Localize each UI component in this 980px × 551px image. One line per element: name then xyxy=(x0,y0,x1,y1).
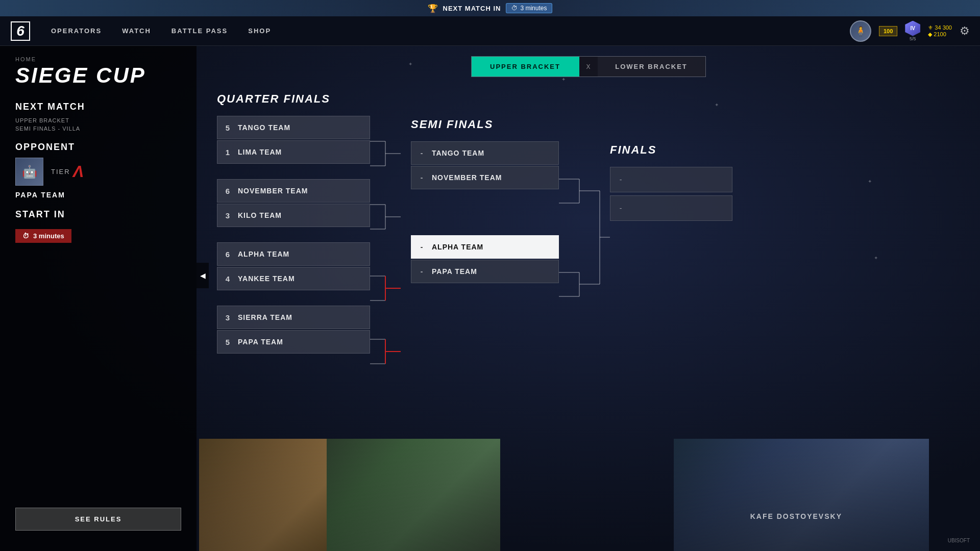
finals-seed-1: - xyxy=(610,176,631,184)
lower-bracket-btn[interactable]: LOWER BRACKET xyxy=(598,57,705,77)
qf3-team1[interactable]: 6 ALPHA TEAM xyxy=(217,242,370,266)
sf2-team1-seed: - xyxy=(411,243,432,251)
sf-group-1: - TANGO TEAM - NOVEMBER TEAM xyxy=(411,141,559,189)
qf2-team1-name: NOVEMBER TEAM xyxy=(238,187,308,195)
quarter-finals-section: QUARTER FINALS 5 TANGO TEAM 1 LIMA TEAM … xyxy=(217,92,370,369)
finals-slot-1[interactable]: - xyxy=(610,167,732,192)
sf2-team2-seed: - xyxy=(411,267,432,276)
qf4-team1-name: SIERRA TEAM xyxy=(238,313,292,321)
start-timer-value: 3 minutes xyxy=(33,232,64,240)
qf3-team2[interactable]: 4 YANKEE TEAM xyxy=(217,267,370,290)
qf2-team2-seed: 3 xyxy=(217,211,238,220)
opponent-team-name: PAPA TEAM xyxy=(15,191,181,199)
currency-1: ⚜ 34 300 xyxy=(928,24,952,31)
sf2-team1[interactable]: - ALPHA TEAM xyxy=(411,235,559,259)
qf1-team2-name: LIMA TEAM xyxy=(238,148,282,156)
opponent-avatar: 🤖 xyxy=(15,158,43,186)
qf1-team1-name: TANGO TEAM xyxy=(238,123,290,132)
navbar: 6 OPERATORS WATCH BATTLE PASS SHOP 🧍 100… xyxy=(0,16,980,46)
qf4-team2[interactable]: 5 PAPA TEAM xyxy=(217,330,370,354)
qf-group-1: 5 TANGO TEAM 1 LIMA TEAM xyxy=(217,116,370,164)
tier-label: TIER xyxy=(51,168,70,176)
next-match-line1: UPPER BRACKET xyxy=(15,117,181,123)
clock-icon: ⏱ xyxy=(511,5,518,12)
sf1-team2-name: NOVEMBER TEAM xyxy=(432,173,502,182)
logo[interactable]: 6 xyxy=(0,21,41,41)
sf1-team1-seed: - xyxy=(411,149,432,157)
qf-group-3: 6 ALPHA TEAM 4 YANKEE TEAM xyxy=(217,242,370,290)
nav-operators[interactable]: OPERATORS xyxy=(51,24,102,37)
qf2-team1[interactable]: 6 NOVEMBER TEAM xyxy=(217,179,370,203)
currency-display: ⚜ 34 300 ◆ 2100 xyxy=(928,24,952,38)
nav-battlepass[interactable]: BATTLE PASS xyxy=(172,24,228,37)
semi-finals-title: SEMI FINALS xyxy=(411,118,559,131)
next-match-label: NEXT MATCH IN xyxy=(443,5,501,12)
sf2-team2-name: PAPA TEAM xyxy=(432,267,477,276)
sf2-team1-name: ALPHA TEAM xyxy=(432,243,483,251)
start-timer-badge: ⏱ 3 minutes xyxy=(15,229,71,243)
sf-group-2: - ALPHA TEAM - PAPA TEAM xyxy=(411,235,559,283)
sidebar: HOME SIEGE CUP NEXT MATCH UPPER BRACKET … xyxy=(0,46,197,551)
qf1-team2[interactable]: 1 LIMA TEAM xyxy=(217,140,370,164)
qf3-team2-seed: 4 xyxy=(217,274,238,283)
qf-group-2: 6 NOVEMBER TEAM 3 KILO TEAM xyxy=(217,179,370,227)
bracket-toggle: UPPER BRACKET X LOWER BRACKET xyxy=(471,56,706,77)
qf4-team1[interactable]: 3 SIERRA TEAM xyxy=(217,306,370,329)
opponent-display: 🤖 TIER Λ xyxy=(15,158,181,186)
qf1-team1-seed: 5 xyxy=(217,123,238,132)
next-match-section-label: NEXT MATCH xyxy=(15,102,181,112)
top-notification-bar: 🏆 NEXT MATCH IN ⏱ 3 minutes xyxy=(0,0,980,16)
nav-watch[interactable]: WATCH xyxy=(122,24,151,37)
sf1-team2[interactable]: - NOVEMBER TEAM xyxy=(411,166,559,189)
qf-group-4: 3 SIERRA TEAM 5 PAPA TEAM xyxy=(217,306,370,354)
qf3-team1-name: ALPHA TEAM xyxy=(238,250,289,258)
sidebar-collapse-arrow[interactable]: ◀ xyxy=(197,263,209,288)
nav-right: 🧍 100 IV 5/5 ⚜ 34 300 ◆ 2100 ⚙ xyxy=(850,20,980,42)
next-match-line2: SEMI FINALS - VILLA xyxy=(15,126,181,132)
page-title: SIEGE CUP xyxy=(15,65,181,86)
qf4-team2-name: PAPA TEAM xyxy=(238,338,283,346)
qf1-team1[interactable]: 5 TANGO TEAM xyxy=(217,116,370,139)
finals-slot-2[interactable]: - xyxy=(610,195,732,221)
semi-finals-section: SEMI FINALS - TANGO TEAM - NOVEMBER TEAM… xyxy=(411,118,559,284)
clock-icon-sidebar: ⏱ xyxy=(22,232,29,240)
quarter-finals-title: QUARTER FINALS xyxy=(217,92,370,106)
opponent-section: OPPONENT 🤖 TIER Λ PAPA TEAM xyxy=(15,142,181,199)
upper-bracket-btn[interactable]: UPPER BRACKET xyxy=(472,57,579,77)
avatar[interactable]: 🧍 xyxy=(850,20,871,42)
nav-shop[interactable]: SHOP xyxy=(248,24,271,37)
qf2-team1-seed: 6 xyxy=(217,187,238,195)
level-badge: 100 xyxy=(879,26,897,36)
currency-2: ◆ 2100 xyxy=(928,31,952,38)
qf2-team2[interactable]: 3 KILO TEAM xyxy=(217,204,370,227)
qf2-team2-name: KILO TEAM xyxy=(238,211,282,219)
start-in-section: START IN ⏱ 3 minutes xyxy=(15,209,181,243)
six-logo: 6 xyxy=(11,21,30,41)
bracket-lines-qf-sf xyxy=(370,118,411,434)
tier-emblem: Λ xyxy=(73,162,84,181)
see-rules-button[interactable]: SEE RULES xyxy=(15,508,181,531)
ubisoft-logo: UBISOFT xyxy=(948,538,970,543)
main-content: UPPER BRACKET X LOWER BRACKET QUARTER FI… xyxy=(197,46,980,551)
settings-icon[interactable]: ⚙ xyxy=(960,24,970,38)
sf1-team2-seed: - xyxy=(411,173,432,182)
bracket-x-btn[interactable]: X xyxy=(579,57,598,77)
trophy-icon: 🏆 xyxy=(428,4,438,13)
match-timer-badge: ⏱ 3 minutes xyxy=(506,3,552,13)
rank-icon: IV xyxy=(905,21,920,36)
sf2-team2[interactable]: - PAPA TEAM xyxy=(411,260,559,283)
qf4-team1-seed: 3 xyxy=(217,313,238,322)
timer-value: 3 minutes xyxy=(520,5,547,12)
finals-seed-2: - xyxy=(610,204,631,212)
opponent-label: OPPONENT xyxy=(15,142,181,153)
qf3-team1-seed: 6 xyxy=(217,250,238,259)
finals-section: FINALS - - xyxy=(610,143,732,222)
finals-title: FINALS xyxy=(610,143,732,157)
nav-items: OPERATORS WATCH BATTLE PASS SHOP xyxy=(51,24,271,37)
sf1-team1[interactable]: - TANGO TEAM xyxy=(411,141,559,165)
rank-sub: 5/5 xyxy=(910,36,916,41)
breadcrumb: HOME xyxy=(15,56,181,62)
bracket-lines-sf-finals xyxy=(559,143,610,460)
qf1-team2-seed: 1 xyxy=(217,148,238,157)
rank-badge: IV 5/5 xyxy=(905,21,920,41)
